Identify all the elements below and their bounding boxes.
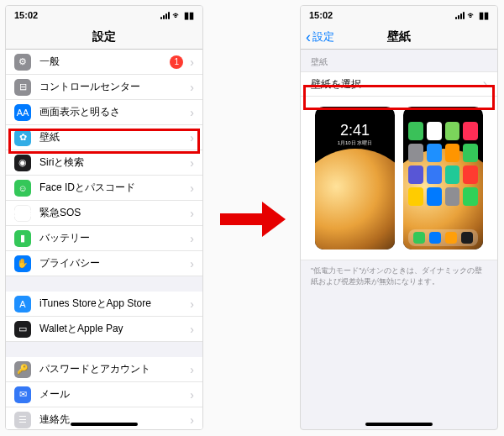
home-screen-preview[interactable] — [403, 107, 483, 250]
chevron-left-icon: ‹ — [306, 29, 311, 45]
section-header: 壁紙 — [301, 50, 497, 71]
privacy-icon: ✋ — [14, 255, 31, 272]
chevron-right-icon: › — [190, 81, 194, 94]
row-wallet[interactable]: ▭WalletとApple Pay› — [6, 317, 202, 342]
chevron-right-icon: › — [190, 131, 194, 144]
row-faceid[interactable]: ☺Face IDとパスコード› — [6, 176, 202, 201]
status-bar: 15:02 ᯤ ▮▮ — [301, 6, 497, 24]
settings-screen: 15:02 ᯤ ▮▮ 設定 ⚙一般1›⊟コントロールセンター›AA画面表示と明る… — [5, 5, 203, 430]
back-button[interactable]: ‹ 設定 — [306, 29, 334, 45]
signal-icon — [455, 12, 465, 19]
row-label: メール — [39, 387, 190, 402]
choose-wallpaper-row[interactable]: 壁紙を選択 › — [301, 71, 497, 97]
appstore-icon: A — [14, 296, 31, 313]
dock-app-icon — [461, 232, 473, 244]
status-bar: 15:02 ᯤ ▮▮ — [6, 6, 202, 24]
app-icon — [445, 144, 460, 162]
wifi-icon: ᯤ — [467, 10, 476, 20]
row-siri[interactable]: ◉Siriと検索› — [6, 150, 202, 176]
row-label: Siriと検索 — [39, 155, 190, 170]
row-label: パスワードとアカウント — [39, 362, 190, 376]
app-icon — [445, 165, 460, 184]
status-time: 15:02 — [14, 10, 38, 20]
wallpaper-previews: 2:41 1月10日 水曜日 — [301, 97, 497, 260]
wifi-icon: ᯤ — [172, 10, 181, 20]
general-icon: ⚙ — [14, 54, 31, 71]
chevron-right-icon: › — [190, 413, 194, 427]
battery-icon: ▮▮ — [184, 10, 194, 21]
row-mail[interactable]: ✉メール› — [6, 382, 202, 407]
accounts-icon: 🔑 — [14, 361, 31, 378]
app-icon — [463, 144, 478, 162]
dock-app-icon — [445, 232, 457, 244]
chevron-right-icon: › — [190, 207, 194, 220]
control-icon: ⊟ — [14, 79, 31, 96]
settings-list: ⚙一般1›⊟コントロールセンター›AA画面表示と明るさ›✿壁紙›◉Siriと検索… — [6, 50, 202, 430]
chevron-right-icon: › — [190, 363, 194, 376]
row-control[interactable]: ⊟コントロールセンター› — [6, 75, 202, 100]
row-label: 緊急SOS — [39, 206, 190, 220]
chevron-right-icon: › — [483, 76, 487, 92]
row-sos[interactable]: SOS緊急SOS› — [6, 201, 202, 226]
row-label: Face IDとパスコード — [39, 181, 190, 195]
chevron-right-icon: › — [190, 106, 194, 119]
app-icon — [445, 122, 460, 140]
row-wallpaper[interactable]: ✿壁紙› — [6, 125, 202, 150]
chevron-right-icon: › — [190, 257, 194, 271]
contacts-icon: ☰ — [14, 412, 31, 428]
app-icon — [427, 144, 442, 162]
chevron-right-icon: › — [190, 156, 194, 170]
page-title: 壁紙 — [387, 29, 411, 45]
row-accounts[interactable]: 🔑パスワードとアカウント› — [6, 357, 202, 382]
navbar: 設定 — [6, 24, 202, 50]
siri-icon: ◉ — [14, 155, 31, 171]
chevron-right-icon: › — [190, 181, 194, 195]
row-appstore[interactable]: AiTunes StoreとApp Store› — [6, 292, 202, 317]
row-privacy[interactable]: ✋プライバシー› — [6, 251, 202, 276]
row-battery[interactable]: ▮バッテリー› — [6, 226, 202, 251]
app-icon — [408, 187, 423, 206]
app-icon — [463, 122, 478, 140]
wallpaper-icon: ✿ — [14, 129, 31, 146]
app-icon — [408, 165, 423, 184]
battery-icon: ▮▮ — [479, 10, 489, 21]
row-label: プライバシー — [39, 256, 190, 271]
row-label: バッテリー — [39, 231, 190, 245]
chevron-right-icon: › — [190, 55, 194, 69]
lock-screen-preview[interactable]: 2:41 1月10日 水曜日 — [315, 107, 395, 250]
back-label: 設定 — [312, 29, 334, 45]
row-display[interactable]: AA画面表示と明るさ› — [6, 100, 202, 125]
row-label: 画面表示と明るさ — [39, 105, 190, 119]
chevron-right-icon: › — [190, 297, 194, 311]
mail-icon: ✉ — [14, 386, 31, 403]
lock-date: 1月10日 水曜日 — [315, 139, 395, 147]
sos-icon: SOS — [14, 205, 31, 222]
row-label: WalletとApple Pay — [39, 322, 190, 336]
row-general[interactable]: ⚙一般1› — [6, 50, 202, 75]
app-icon — [427, 122, 442, 140]
row-contacts[interactable]: ☰連絡先› — [6, 407, 202, 430]
app-icon — [408, 122, 423, 140]
red-arrow — [220, 202, 287, 235]
wallet-icon: ▭ — [14, 321, 31, 338]
app-icon — [463, 187, 478, 206]
battery-icon: ▮ — [14, 230, 31, 247]
page-title: 設定 — [92, 29, 116, 45]
dock-app-icon — [413, 232, 425, 244]
lock-time: 2:41 — [315, 122, 395, 139]
badge: 1 — [170, 55, 183, 69]
row-label: iTunes StoreとApp Store — [39, 297, 190, 311]
wallpaper-screen: 15:02 ᯤ ▮▮ ‹ 設定 壁紙 壁紙 壁紙を選択 › 2:4 — [300, 5, 498, 430]
footnote: "低電力モード"がオンのときは、ダイナミックの壁紙および視差効果が無効になります… — [301, 260, 497, 297]
signal-icon — [160, 12, 170, 19]
choose-wallpaper-label: 壁紙を選択 — [311, 77, 361, 92]
app-icon — [408, 144, 423, 162]
chevron-right-icon: › — [190, 232, 194, 245]
app-icon — [463, 165, 478, 184]
faceid-icon: ☺ — [14, 180, 31, 197]
app-icon — [445, 187, 460, 206]
row-label: 一般 — [39, 55, 170, 69]
home-indicator[interactable] — [365, 423, 433, 426]
home-indicator[interactable] — [71, 423, 138, 426]
status-time: 15:02 — [309, 10, 333, 20]
